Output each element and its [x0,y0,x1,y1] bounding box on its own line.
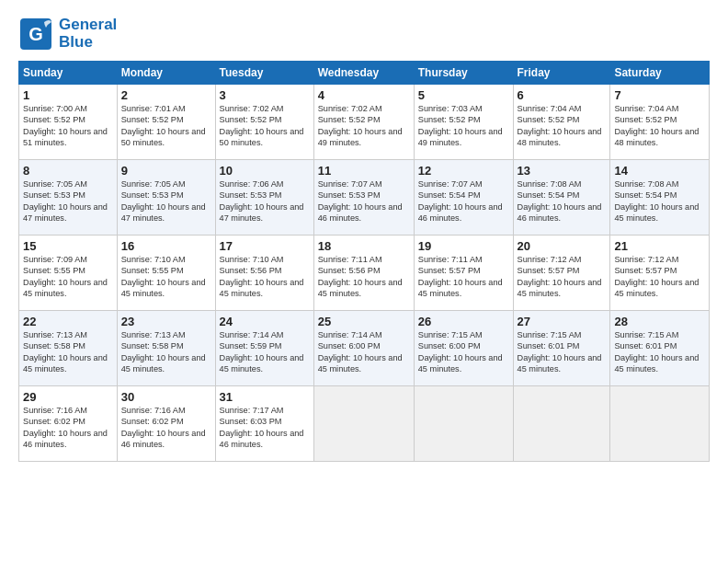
day-header-saturday: Saturday [610,62,710,85]
day-number: 30 [121,390,211,404]
day-info: Sunrise: 7:11 AM Sunset: 5:57 PM Dayligh… [418,254,509,300]
calendar-week-2: 8Sunrise: 7:05 AM Sunset: 5:53 PM Daylig… [19,160,710,236]
day-info: Sunrise: 7:08 AM Sunset: 5:54 PM Dayligh… [614,178,705,224]
day-number: 21 [614,239,705,253]
calendar-week-4: 22Sunrise: 7:13 AM Sunset: 5:58 PM Dayli… [19,311,710,386]
calendar-week-5: 29Sunrise: 7:16 AM Sunset: 6:02 PM Dayli… [19,386,710,462]
day-info: Sunrise: 7:07 AM Sunset: 5:53 PM Dayligh… [318,178,410,224]
calendar-cell-w1-d2: 3Sunrise: 7:02 AM Sunset: 5:52 PM Daylig… [215,85,313,160]
calendar-cell-w2-d2: 10Sunrise: 7:06 AM Sunset: 5:53 PM Dayli… [215,160,313,236]
day-number: 22 [23,315,113,328]
day-number: 26 [418,315,509,328]
day-info: Sunrise: 7:15 AM Sunset: 6:01 PM Dayligh… [518,329,607,375]
calendar-cell-w5-d1: 30Sunrise: 7:16 AM Sunset: 6:02 PM Dayli… [117,386,215,462]
day-number: 4 [318,88,410,102]
day-number: 19 [418,239,509,253]
calendar-body: 1Sunrise: 7:00 AM Sunset: 5:52 PM Daylig… [19,85,710,462]
day-info: Sunrise: 7:14 AM Sunset: 6:00 PM Dayligh… [318,329,410,375]
day-number: 18 [318,239,410,253]
calendar-cell-w4-d0: 22Sunrise: 7:13 AM Sunset: 5:58 PM Dayli… [19,311,118,386]
calendar-cell-w3-d6: 21Sunrise: 7:12 AM Sunset: 5:57 PM Dayli… [610,236,710,311]
day-info: Sunrise: 7:08 AM Sunset: 5:54 PM Dayligh… [518,178,607,224]
calendar-cell-w5-d4 [414,386,513,462]
day-number: 8 [23,164,113,178]
calendar-cell-w1-d0: 1Sunrise: 7:00 AM Sunset: 5:52 PM Daylig… [19,85,118,160]
calendar-cell-w4-d2: 24Sunrise: 7:14 AM Sunset: 5:59 PM Dayli… [215,311,313,386]
day-number: 16 [121,239,211,253]
day-number: 28 [614,315,705,328]
calendar-week-3: 15Sunrise: 7:09 AM Sunset: 5:55 PM Dayli… [19,236,710,311]
calendar-cell-w4-d5: 27Sunrise: 7:15 AM Sunset: 6:01 PM Dayli… [513,311,610,386]
day-info: Sunrise: 7:02 AM Sunset: 5:52 PM Dayligh… [220,103,310,149]
day-number: 20 [518,239,607,253]
calendar-cell-w2-d5: 13Sunrise: 7:08 AM Sunset: 5:54 PM Dayli… [513,160,610,236]
day-header-sunday: Sunday [19,62,118,85]
day-info: Sunrise: 7:01 AM Sunset: 5:52 PM Dayligh… [121,103,211,149]
day-header-wednesday: Wednesday [313,62,414,85]
logo-line1: General [59,17,117,34]
calendar-cell-w1-d5: 6Sunrise: 7:04 AM Sunset: 5:52 PM Daylig… [513,85,610,160]
calendar-cell-w5-d2: 31Sunrise: 7:17 AM Sunset: 6:03 PM Dayli… [215,386,313,462]
day-number: 9 [121,164,211,178]
day-info: Sunrise: 7:10 AM Sunset: 5:55 PM Dayligh… [121,254,211,300]
day-number: 15 [23,239,113,253]
calendar-cell-w3-d0: 15Sunrise: 7:09 AM Sunset: 5:55 PM Dayli… [19,236,118,311]
calendar-cell-w5-d0: 29Sunrise: 7:16 AM Sunset: 6:02 PM Dayli… [19,386,118,462]
calendar-week-1: 1Sunrise: 7:00 AM Sunset: 5:52 PM Daylig… [19,85,710,160]
day-info: Sunrise: 7:05 AM Sunset: 5:53 PM Dayligh… [121,178,211,224]
day-info: Sunrise: 7:16 AM Sunset: 6:02 PM Dayligh… [23,405,113,451]
calendar-cell-w5-d6 [610,386,710,462]
calendar-cell-w4-d6: 28Sunrise: 7:15 AM Sunset: 6:01 PM Dayli… [610,311,710,386]
day-info: Sunrise: 7:11 AM Sunset: 5:56 PM Dayligh… [318,254,410,300]
calendar-cell-w4-d1: 23Sunrise: 7:13 AM Sunset: 5:58 PM Dayli… [117,311,215,386]
logo-line2: Blue [59,34,117,52]
day-number: 13 [518,164,607,178]
calendar-cell-w3-d2: 17Sunrise: 7:10 AM Sunset: 5:56 PM Dayli… [215,236,313,311]
day-info: Sunrise: 7:05 AM Sunset: 5:53 PM Dayligh… [23,178,113,224]
day-number: 12 [418,164,509,178]
day-info: Sunrise: 7:04 AM Sunset: 5:52 PM Dayligh… [614,103,705,149]
day-header-friday: Friday [513,62,610,85]
calendar-cell-w2-d0: 8Sunrise: 7:05 AM Sunset: 5:53 PM Daylig… [19,160,118,236]
day-number: 10 [220,164,310,178]
calendar-cell-w4-d3: 25Sunrise: 7:14 AM Sunset: 6:00 PM Dayli… [313,311,414,386]
day-header-thursday: Thursday [414,62,513,85]
day-number: 14 [614,164,705,178]
day-info: Sunrise: 7:16 AM Sunset: 6:02 PM Dayligh… [121,405,211,451]
day-number: 2 [121,88,211,102]
logo-icon: G [18,17,53,52]
day-number: 31 [220,390,310,404]
day-number: 25 [318,315,410,328]
day-info: Sunrise: 7:07 AM Sunset: 5:54 PM Dayligh… [418,178,509,224]
day-number: 17 [220,239,310,253]
calendar-page: G General Blue [0,0,728,563]
day-number: 5 [418,88,509,102]
day-info: Sunrise: 7:09 AM Sunset: 5:55 PM Dayligh… [23,254,113,300]
day-header-monday: Monday [117,62,215,85]
calendar-cell-w2-d6: 14Sunrise: 7:08 AM Sunset: 5:54 PM Dayli… [610,160,710,236]
day-info: Sunrise: 7:15 AM Sunset: 6:01 PM Dayligh… [614,329,705,375]
day-info: Sunrise: 7:13 AM Sunset: 5:58 PM Dayligh… [23,329,113,375]
day-info: Sunrise: 7:06 AM Sunset: 5:53 PM Dayligh… [220,178,310,224]
day-info: Sunrise: 7:03 AM Sunset: 5:52 PM Dayligh… [418,103,509,149]
calendar-cell-w4-d4: 26Sunrise: 7:15 AM Sunset: 6:00 PM Dayli… [414,311,513,386]
day-info: Sunrise: 7:02 AM Sunset: 5:52 PM Dayligh… [318,103,410,149]
day-number: 3 [220,88,310,102]
calendar-header-row: SundayMondayTuesdayWednesdayThursdayFrid… [19,62,710,85]
day-number: 24 [220,315,310,328]
day-info: Sunrise: 7:15 AM Sunset: 6:00 PM Dayligh… [418,329,509,375]
calendar-table: SundayMondayTuesdayWednesdayThursdayFrid… [18,61,710,462]
day-number: 27 [518,315,607,328]
calendar-cell-w1-d1: 2Sunrise: 7:01 AM Sunset: 5:52 PM Daylig… [117,85,215,160]
calendar-cell-w3-d1: 16Sunrise: 7:10 AM Sunset: 5:55 PM Dayli… [117,236,215,311]
calendar-cell-w3-d5: 20Sunrise: 7:12 AM Sunset: 5:57 PM Dayli… [513,236,610,311]
calendar-cell-w1-d6: 7Sunrise: 7:04 AM Sunset: 5:52 PM Daylig… [610,85,710,160]
calendar-cell-w3-d4: 19Sunrise: 7:11 AM Sunset: 5:57 PM Dayli… [414,236,513,311]
day-info: Sunrise: 7:04 AM Sunset: 5:52 PM Dayligh… [518,103,607,149]
calendar-cell-w5-d5 [513,386,610,462]
day-info: Sunrise: 7:00 AM Sunset: 5:52 PM Dayligh… [23,103,113,149]
day-header-tuesday: Tuesday [215,62,313,85]
day-number: 6 [518,88,607,102]
day-number: 11 [318,164,410,178]
day-number: 7 [614,88,705,102]
